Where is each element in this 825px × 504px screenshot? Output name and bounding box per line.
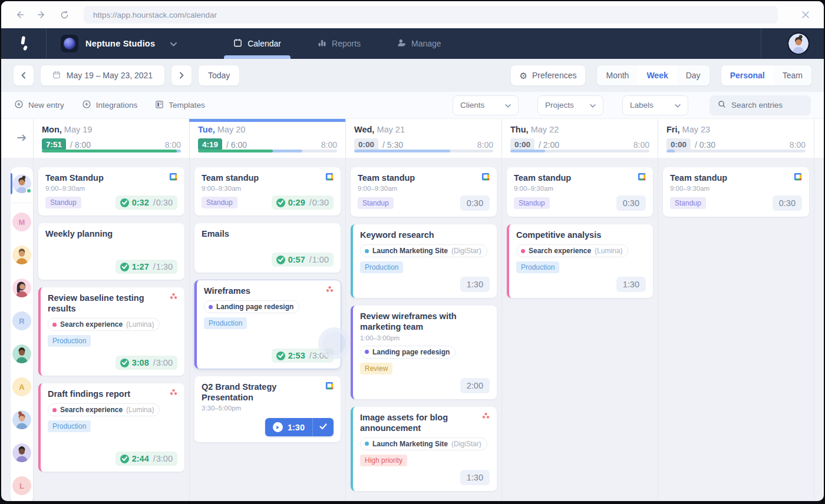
- entry-card[interactable]: Team standup 9:00–9:30am Standup 0:30: [663, 167, 809, 217]
- tab-manage[interactable]: Manage: [397, 28, 441, 59]
- project-pill: Search experience(Lumina): [48, 403, 160, 416]
- entry-card[interactable]: Review baseline testing results Search e…: [38, 287, 184, 376]
- day-progress-bar: [510, 150, 649, 152]
- start-timer-button[interactable]: 1:30: [265, 418, 312, 436]
- scope-team[interactable]: Team: [774, 65, 811, 85]
- calendar-icon: [233, 38, 242, 49]
- entry-time-range: 9:00–9:30am: [358, 185, 490, 192]
- day-header[interactable]: Mon, May 19 7:51 8:00 8:00: [34, 119, 189, 158]
- labels-filter-dropdown[interactable]: Labels: [622, 95, 688, 115]
- entry-card[interactable]: Image assets for blog announcement Launc…: [351, 407, 497, 491]
- workspace-switcher[interactable]: Neptune Studios: [61, 35, 177, 52]
- label-pill: Standup: [45, 197, 81, 208]
- preferences-button[interactable]: ⚙ Preferences: [510, 65, 586, 86]
- time-badge: 0:320:30: [116, 195, 177, 210]
- avatar-initial: M: [12, 213, 31, 231]
- chevron-down-icon: [590, 101, 596, 110]
- view-week[interactable]: Week: [638, 65, 676, 85]
- prev-week-button[interactable]: [13, 65, 34, 86]
- date-range-button[interactable]: May 19 – May 23, 2021: [40, 65, 165, 86]
- day-entries: Team standup 9:00–9:30am Standup 0:30 Co…: [502, 158, 658, 303]
- label-pill: Standup: [358, 197, 394, 209]
- entry-card[interactable]: Draft findings report Search experience(…: [38, 383, 184, 472]
- view-day[interactable]: Day: [677, 65, 710, 85]
- team-member[interactable]: [11, 443, 33, 462]
- day-header[interactable]: Wed, May 21 0:00 5:30 8:00: [346, 119, 501, 158]
- tab-reports[interactable]: Reports: [318, 28, 361, 59]
- label-pill: Production: [48, 335, 91, 347]
- today-button[interactable]: Today: [198, 65, 240, 86]
- close-icon[interactable]: [799, 8, 812, 21]
- label-pill: Standup: [202, 197, 237, 208]
- scope-personal[interactable]: Personal: [721, 65, 774, 85]
- entry-time-range: 3:30–5:00pm: [202, 404, 334, 412]
- entry-card[interactable]: Team standup 9:00–9:30am Standup 0:30: [507, 167, 653, 217]
- team-member[interactable]: R: [11, 311, 33, 330]
- team-member[interactable]: [11, 278, 33, 297]
- browser-refresh-button[interactable]: [58, 8, 71, 21]
- asana-icon: [326, 286, 334, 293]
- entry-card[interactable]: Team standup 9:00–9:30am Standup 0:30: [351, 167, 497, 217]
- manage-icon: [397, 38, 406, 49]
- integrations-button[interactable]: Integrations: [82, 100, 138, 111]
- duration-badge: 1:30: [616, 277, 646, 292]
- entry-card[interactable]: Review wireframes with marketing team 1:…: [351, 306, 497, 399]
- templates-button[interactable]: Templates: [155, 100, 205, 111]
- entry-card[interactable]: Team standup 9:00–9:30am Standup 0:290:3…: [194, 167, 341, 215]
- logged-time-chip: 0:00: [666, 138, 691, 151]
- capacity-time: 8:00: [790, 140, 806, 150]
- entry-card[interactable]: Keyword research Launch Marketing Site(D…: [351, 224, 497, 298]
- browser-back-button[interactable]: [13, 8, 26, 21]
- entry-title: Emails: [202, 228, 334, 239]
- duration-badge: 1:30: [460, 470, 490, 485]
- asana-icon: [170, 293, 177, 300]
- next-week-button[interactable]: [171, 65, 192, 86]
- entry-card[interactable]: Team Standup 9:00–9:30am Standup 0:320:3…: [38, 167, 184, 215]
- day-date: May 19: [64, 125, 93, 134]
- team-rail: M R A L: [11, 119, 33, 501]
- browser-forward-button[interactable]: [35, 8, 48, 21]
- user-avatar[interactable]: [788, 34, 808, 54]
- entry-card[interactable]: Wireframes Landing page redesign Product…: [194, 280, 341, 369]
- entry-title: Team standup: [670, 173, 727, 183]
- duration-badge: 0:30: [773, 195, 802, 211]
- view-month[interactable]: Month: [597, 65, 638, 85]
- day-column-wednesday: Wed, May 21 0:00 5:30 8:00 Team standup …: [345, 119, 501, 501]
- calendar-icon: [52, 71, 61, 81]
- team-member[interactable]: A: [11, 377, 33, 396]
- day-column-friday: Fri, May 23 0:00 0:30 8:00 Team standup …: [658, 119, 814, 501]
- actions-bar: New entry Integrations Templates Clients…: [1, 92, 824, 119]
- search-input[interactable]: [731, 101, 802, 110]
- team-member[interactable]: [11, 410, 33, 429]
- team-member-current[interactable]: [11, 174, 33, 193]
- avatar-initial: A: [12, 377, 31, 396]
- new-entry-button[interactable]: New entry: [14, 100, 64, 111]
- entry-card[interactable]: Q2 Brand Strategy Presentation 3:30–5:00…: [194, 376, 341, 442]
- avatar: [12, 246, 31, 264]
- entry-card[interactable]: Emails 0:571:00: [194, 223, 341, 273]
- rail-collapse[interactable]: [11, 119, 33, 158]
- tab-calendar[interactable]: Calendar: [233, 28, 281, 59]
- search-entries[interactable]: [710, 95, 811, 115]
- entry-title: Q2 Brand Strategy Presentation: [202, 382, 321, 403]
- time-badge: 2:443:00: [116, 452, 177, 466]
- address-bar[interactable]: https://app.hourstack.com/calendar: [84, 6, 778, 24]
- team-member[interactable]: M: [11, 213, 33, 231]
- time-badge: 2:533:00: [272, 349, 334, 363]
- day-entries: Team standup 9:00–9:30am Standup 0:30 Ke…: [346, 158, 501, 496]
- clients-filter-dropdown[interactable]: Clients: [453, 95, 519, 115]
- day-date: May 22: [531, 125, 559, 134]
- day-name: Thu,: [510, 125, 529, 134]
- complete-entry-button[interactable]: [312, 418, 334, 436]
- entry-title: Review wireframes with marketing team: [360, 311, 490, 332]
- team-member[interactable]: L: [11, 476, 33, 495]
- check-icon: [276, 198, 285, 207]
- day-header[interactable]: Fri, May 23 0:00 0:30 8:00: [658, 119, 814, 158]
- day-header[interactable]: Thu, May 22 0:00 2:00 8:00: [502, 119, 658, 158]
- day-header-today[interactable]: Tue, May 20 4:19 6:00 8:00: [190, 119, 345, 158]
- entry-card[interactable]: Competitive analysis Search experience(L…: [507, 224, 653, 298]
- team-member[interactable]: [11, 246, 33, 264]
- team-member[interactable]: [11, 344, 33, 363]
- entry-card[interactable]: Weekly planning 1:271:30: [38, 223, 184, 280]
- projects-filter-dropdown[interactable]: Projects: [537, 95, 603, 115]
